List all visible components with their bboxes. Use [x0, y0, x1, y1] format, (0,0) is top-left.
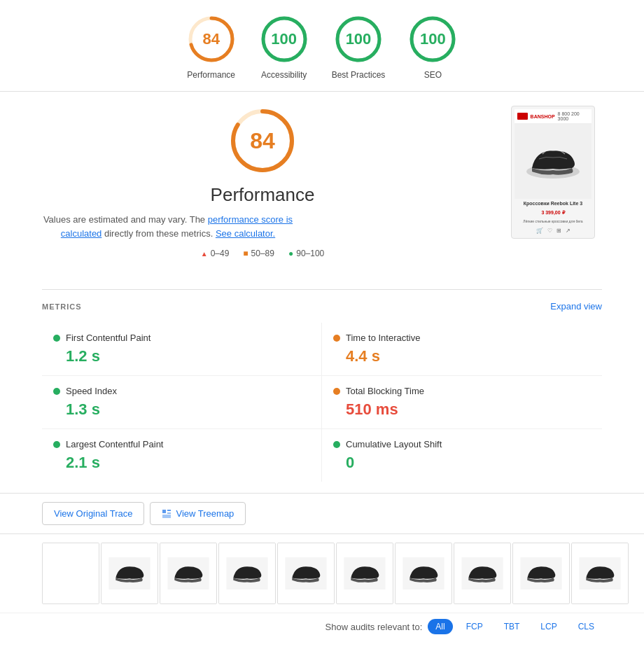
calculator-link[interactable]: See calculator.: [216, 228, 275, 239]
filmstrip-frame-5[interactable]: [336, 543, 393, 604]
score-item-performance: 84 Performance: [186, 14, 237, 80]
screenshot-box: BANSHOP 8 800 200 3000 Кроссовки Reebok …: [511, 106, 595, 239]
filmstrip-frame-9[interactable]: [571, 543, 629, 604]
fcp-value: 1.2 s: [66, 347, 310, 365]
brand-logo: [517, 113, 528, 120]
metrics-section: METRICS Expand view First Contentful Pai…: [0, 290, 644, 493]
phone-number: 8 800 200 3000: [558, 111, 589, 121]
main-content: 84 Performance Values are estimated and …: [0, 92, 644, 289]
filter-chip-tbt[interactable]: TBT: [496, 619, 528, 634]
heart-icon: ♡: [547, 228, 552, 234]
cart-icon: 🛒: [536, 228, 543, 234]
tti-label: Time to Interactive: [346, 333, 420, 343]
cls-value: 0: [346, 454, 591, 472]
left-panel: 84 Performance Values are estimated and …: [42, 106, 483, 275]
filmstrip-frame-4[interactable]: [277, 543, 335, 604]
metric-tbt: Total Blocking Time 510 ms: [322, 376, 602, 429]
score-bar: 84 Performance 100 Accessibility 100 Bes…: [0, 0, 644, 92]
filter-label: Show audits relevant to:: [326, 622, 423, 632]
filmstrip-shoe-1: [108, 557, 150, 589]
performance-label: Performance: [187, 70, 235, 80]
score-legend: ▲ 0–49 ■ 50–89 ● 90–100: [42, 249, 483, 258]
tbt-status-dot: [333, 388, 340, 395]
seo-label: SEO: [424, 70, 442, 80]
accessibility-label: Accessibility: [261, 70, 307, 80]
filmstrip-shoe-7: [461, 557, 503, 589]
filmstrip-shoe-2: [167, 557, 209, 589]
metrics-title: METRICS: [42, 302, 82, 311]
product-price: 3 399,00 ₽: [541, 210, 564, 215]
filmstrip-inner-2: [160, 543, 216, 603]
tbt-label: Total Blocking Time: [346, 386, 424, 396]
accessibility-circle[interactable]: 100: [259, 14, 309, 64]
filmstrip[interactable]: [0, 534, 644, 613]
filmstrip-shoe-3: [226, 557, 268, 589]
filmstrip-inner-6: [396, 543, 451, 603]
filmstrip-inner-5: [337, 543, 393, 603]
filmstrip-inner-7: [454, 543, 510, 603]
filmstrip-frame-0[interactable]: [42, 543, 99, 604]
filmstrip-frame-7[interactable]: [454, 543, 511, 604]
metrics-grid: First Contentful Paint 1.2 s Time to Int…: [42, 323, 602, 482]
filmstrip-frame-2[interactable]: [160, 543, 217, 604]
big-circle-wrap: 84: [227, 106, 298, 176]
screenshot-action-icons: 🛒 ♡ ⊞ ↗: [535, 226, 572, 235]
product-image-area: [514, 124, 592, 199]
seo-circle[interactable]: 100: [407, 14, 458, 64]
si-status-dot: [53, 388, 60, 395]
cls-status-dot: [333, 441, 340, 448]
filmstrip-frame-3[interactable]: [218, 543, 276, 604]
right-panel: BANSHOP 8 800 200 3000 Кроссовки Reebok …: [511, 106, 602, 275]
si-name-row: Speed Index: [53, 386, 310, 396]
avg-icon: ■: [243, 249, 248, 258]
product-tagline: Лёгкие стильные кроссовки для бега: [523, 219, 582, 223]
filmstrip-frame-8[interactable]: [512, 543, 570, 604]
legend-fail: ▲ 0–49: [201, 249, 230, 258]
shoe-illustration: [522, 137, 584, 186]
legend-average: ■ 50–89: [243, 249, 274, 258]
filmstrip-frame-6[interactable]: [395, 543, 452, 604]
big-performance-circle: 84: [227, 106, 298, 176]
filmstrip-shoe-6: [402, 557, 444, 589]
avg-range: 50–89: [251, 249, 274, 258]
view-treemap-button[interactable]: View Treemap: [150, 502, 246, 525]
product-price-text: 3 399,00 ₽: [540, 208, 566, 218]
tti-value: 4.4 s: [346, 347, 591, 365]
fail-icon: ▲: [201, 250, 208, 258]
fcp-name-row: First Contentful Paint: [53, 333, 310, 343]
filmstrip-inner-9: [572, 543, 628, 603]
cls-name-row: Cumulative Layout Shift: [333, 439, 591, 449]
filter-chip-cls[interactable]: CLS: [570, 619, 602, 634]
filmstrip-inner-0: [43, 543, 99, 603]
lcp-name-row: Largest Contentful Paint: [53, 439, 310, 449]
filter-chip-lcp[interactable]: LCP: [533, 619, 564, 634]
filmstrip-frame-1[interactable]: [101, 543, 158, 604]
pass-icon: ●: [288, 249, 293, 258]
product-name-text: Кроссовки Reebok Lite 3: [522, 199, 584, 209]
filmstrip-inner-8: [513, 543, 569, 603]
filmstrip-inner-4: [278, 543, 334, 603]
score-item-best-practices: 100 Best Practices: [332, 14, 386, 80]
pass-range: 90–100: [296, 249, 324, 258]
metric-cls: Cumulative Layout Shift 0: [322, 429, 602, 482]
svg-rect-13: [167, 512, 171, 514]
product-desc-text: Лёгкие стильные кроссовки для бега: [522, 218, 584, 226]
filter-chip-fcp[interactable]: FCP: [458, 619, 491, 634]
expand-view-button[interactable]: Expand view: [550, 301, 602, 312]
audit-filter-bar: Show audits relevant to: All FCP TBT LCP…: [0, 613, 644, 640]
si-value: 1.3 s: [66, 400, 310, 419]
view-trace-button[interactable]: View Original Trace: [42, 502, 144, 525]
lcp-status-dot: [53, 441, 60, 448]
filmstrip-shoe-9: [579, 557, 621, 589]
action-buttons-row: View Original Trace View Treemap: [0, 493, 644, 534]
filter-chip-all[interactable]: All: [428, 619, 452, 634]
best-practices-circle[interactable]: 100: [333, 14, 384, 64]
filmstrip-shoe-8: [520, 557, 562, 589]
score-item-seo: 100 SEO: [407, 14, 458, 80]
si-label: Speed Index: [66, 386, 117, 396]
performance-circle[interactable]: 84: [186, 14, 237, 64]
filmstrip-shoe-4: [285, 557, 327, 589]
best-practices-label: Best Practices: [332, 70, 386, 80]
svg-rect-12: [167, 510, 171, 511]
metric-si: Speed Index 1.3 s: [42, 376, 322, 429]
